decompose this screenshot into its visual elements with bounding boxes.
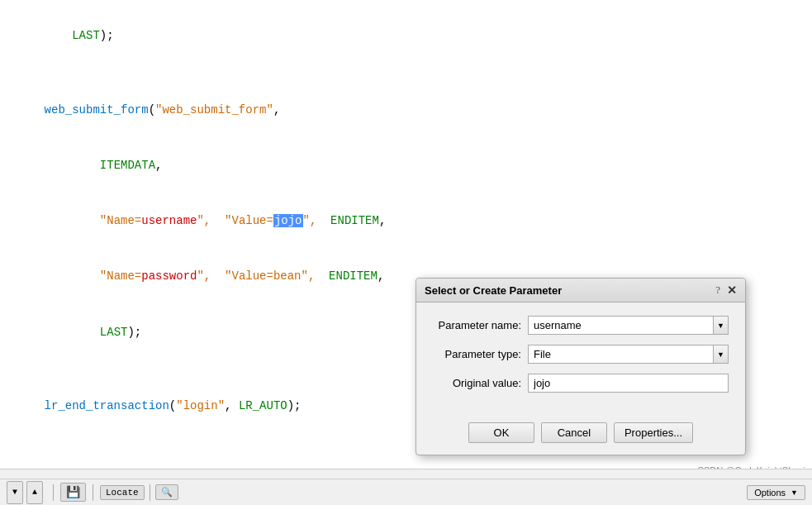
parameter-name-label: Parameter name: xyxy=(433,319,528,331)
dialog-title: Select or Create Parameter xyxy=(425,284,562,297)
dialog-titlebar: Select or Create Parameter ? ✕ xyxy=(416,279,745,303)
parameter-name-input[interactable] xyxy=(528,316,713,335)
properties-button[interactable]: Properties... xyxy=(614,422,693,443)
original-value-row: Original value: xyxy=(433,374,729,393)
original-value-label: Original value: xyxy=(433,377,528,389)
parameter-name-dropdown: ▼ xyxy=(528,316,729,335)
select-create-parameter-dialog: Select or Create Parameter ? ✕ Parameter… xyxy=(415,278,746,455)
parameter-type-dropdown: ▼ xyxy=(528,345,729,364)
parameter-type-row: Parameter type: ▼ xyxy=(433,345,729,364)
dialog-help-btn[interactable]: ? xyxy=(715,283,720,297)
parameter-name-dropdown-btn[interactable]: ▼ xyxy=(713,316,729,335)
parameter-type-dropdown-btn[interactable]: ▼ xyxy=(713,345,729,364)
parameter-type-label: Parameter type: xyxy=(433,348,528,360)
dialog-close-btn[interactable]: ✕ xyxy=(727,284,737,296)
dialog-footer: OK Cancel Properties... xyxy=(416,416,745,455)
cancel-button[interactable]: Cancel xyxy=(541,422,607,443)
ok-button[interactable]: OK xyxy=(468,422,534,443)
dialog-body: Parameter name: ▼ Parameter type: ▼ Orig… xyxy=(416,303,745,416)
parameter-type-input[interactable] xyxy=(528,345,713,364)
dialog-title-actions: ? ✕ xyxy=(715,283,737,297)
modal-overlay: Select or Create Parameter ? ✕ Parameter… xyxy=(0,0,812,505)
original-value-wrap xyxy=(528,374,729,393)
parameter-name-row: Parameter name: ▼ xyxy=(433,316,729,335)
original-value-input[interactable] xyxy=(528,374,729,393)
